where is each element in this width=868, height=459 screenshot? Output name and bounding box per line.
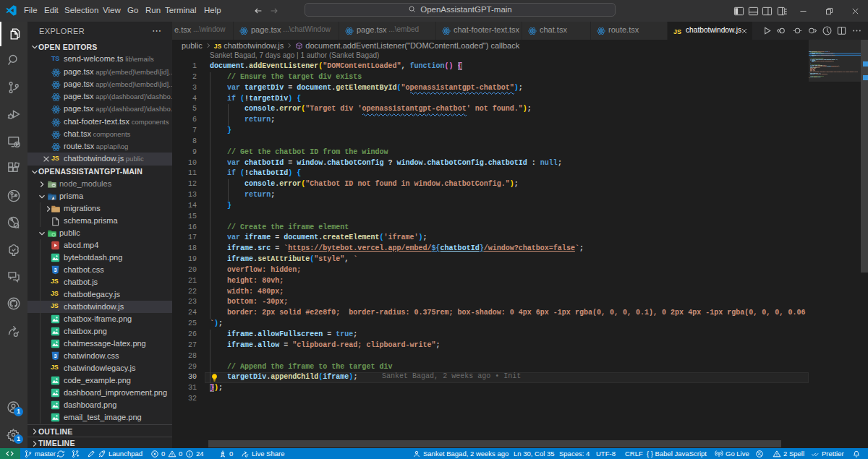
svg-text:3: 3 — [54, 267, 56, 273]
svg-text:3: 3 — [54, 353, 56, 359]
